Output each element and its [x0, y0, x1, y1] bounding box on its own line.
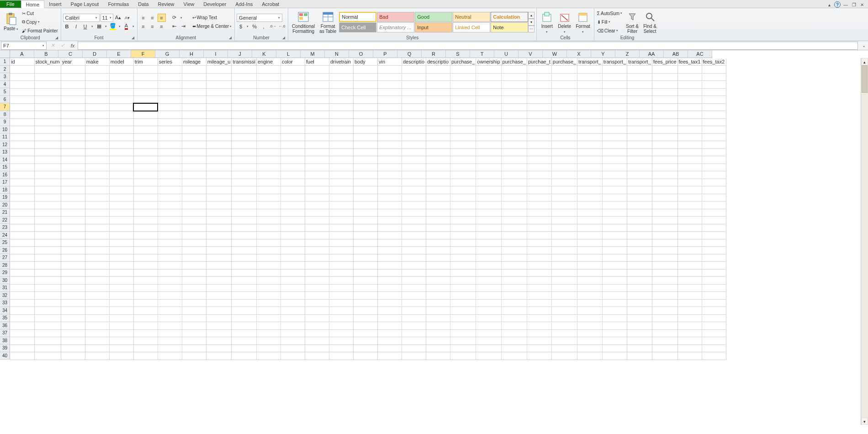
- cell-K28[interactable]: [256, 262, 281, 270]
- cell-AB33[interactable]: [677, 299, 702, 307]
- cell-AC2[interactable]: [702, 66, 726, 74]
- cell-X15[interactable]: [577, 164, 603, 171]
- cell-N8[interactable]: [329, 111, 353, 119]
- cell-M31[interactable]: [305, 284, 329, 292]
- number-launcher[interactable]: ◢: [282, 36, 287, 40]
- cell-R9[interactable]: [426, 118, 450, 126]
- cell-K19[interactable]: [256, 194, 281, 201]
- cell-Y8[interactable]: [602, 111, 627, 119]
- cell-AB39[interactable]: [677, 344, 702, 352]
- cell-S9[interactable]: [450, 118, 476, 126]
- cell-G8[interactable]: [158, 111, 182, 119]
- cell-AC38[interactable]: [702, 337, 726, 345]
- cell-T19[interactable]: [476, 194, 501, 201]
- cell-E9[interactable]: [109, 118, 133, 126]
- cell-E29[interactable]: [109, 269, 133, 277]
- cell-AB21[interactable]: [677, 209, 702, 217]
- column-header-E[interactable]: E: [107, 50, 131, 58]
- cell-Y20[interactable]: [602, 201, 627, 209]
- cell-A39[interactable]: [10, 344, 34, 352]
- cell-W15[interactable]: [551, 164, 577, 171]
- cell-U10[interactable]: [501, 126, 527, 134]
- cell-P26[interactable]: [377, 247, 402, 254]
- cell-N15[interactable]: [329, 164, 353, 171]
- cell-M29[interactable]: [305, 269, 329, 277]
- cell-X28[interactable]: [577, 262, 603, 270]
- cell-X26[interactable]: [577, 247, 603, 254]
- cell-H15[interactable]: [182, 164, 206, 171]
- cell-L17[interactable]: [281, 179, 305, 186]
- cell-H13[interactable]: [182, 148, 206, 156]
- cell-J22[interactable]: [232, 217, 257, 224]
- cell-I28[interactable]: [206, 262, 232, 270]
- cell-S27[interactable]: [450, 254, 476, 262]
- cell-C18[interactable]: [61, 186, 85, 194]
- cell-G26[interactable]: [158, 247, 182, 254]
- cell-C33[interactable]: [61, 299, 85, 307]
- cell-W20[interactable]: [551, 201, 577, 209]
- cell-P4[interactable]: [377, 81, 402, 89]
- cell-E5[interactable]: [109, 88, 133, 96]
- style-good[interactable]: Good: [415, 12, 452, 22]
- cell-AC20[interactable]: [702, 201, 726, 209]
- row-header-38[interactable]: 38: [0, 337, 10, 345]
- cell-K37[interactable]: [256, 329, 281, 337]
- cell-F12[interactable]: [133, 141, 158, 149]
- cell-V19[interactable]: [527, 194, 551, 201]
- cell-J2[interactable]: [232, 66, 257, 74]
- cell-W17[interactable]: [551, 179, 577, 186]
- cell-Q35[interactable]: [402, 314, 426, 322]
- cell-AA12[interactable]: [652, 141, 677, 149]
- cell-X38[interactable]: [577, 337, 603, 345]
- cell-X5[interactable]: [577, 88, 603, 96]
- column-header-F[interactable]: F: [131, 50, 155, 58]
- cell-N4[interactable]: [329, 81, 353, 89]
- cell-C13[interactable]: [61, 148, 85, 156]
- cell-AC11[interactable]: [702, 133, 726, 141]
- cell-J21[interactable]: [232, 209, 257, 217]
- cell-P37[interactable]: [377, 329, 402, 337]
- cell-O9[interactable]: [353, 118, 377, 126]
- cell-AA18[interactable]: [652, 186, 677, 194]
- cell-A35[interactable]: [10, 314, 34, 322]
- cell-C11[interactable]: [61, 133, 85, 141]
- cell-F13[interactable]: [133, 148, 158, 156]
- cell-F35[interactable]: [133, 314, 158, 322]
- cell-J5[interactable]: [232, 88, 257, 96]
- cell-F29[interactable]: [133, 269, 158, 277]
- cell-E1[interactable]: model: [109, 58, 133, 66]
- cell-S15[interactable]: [450, 164, 476, 171]
- cell-B28[interactable]: [34, 262, 61, 270]
- cell-S38[interactable]: [450, 337, 476, 345]
- cell-N32[interactable]: [329, 292, 353, 300]
- cell-O15[interactable]: [353, 164, 377, 171]
- cell-U16[interactable]: [501, 171, 527, 179]
- cell-T15[interactable]: [476, 164, 501, 171]
- cell-AA30[interactable]: [652, 277, 677, 285]
- cell-H26[interactable]: [182, 247, 206, 254]
- delete-cells-button[interactable]: Delete▾: [556, 10, 573, 35]
- cell-M40[interactable]: [305, 352, 329, 360]
- cell-E31[interactable]: [109, 284, 133, 292]
- cell-T5[interactable]: [476, 88, 501, 96]
- cell-AA37[interactable]: [652, 329, 677, 337]
- enter-formula-button[interactable]: ✓: [58, 42, 68, 48]
- cell-F21[interactable]: [133, 209, 158, 217]
- cancel-formula-button[interactable]: ✕: [48, 42, 58, 48]
- cell-Z36[interactable]: [627, 322, 652, 330]
- row-header-35[interactable]: 35: [0, 314, 10, 322]
- cell-AC35[interactable]: [702, 314, 726, 322]
- cell-G19[interactable]: [158, 194, 182, 201]
- cell-M35[interactable]: [305, 314, 329, 322]
- fx-button[interactable]: fx: [68, 43, 78, 48]
- style-input[interactable]: Input: [415, 22, 452, 32]
- cell-R5[interactable]: [426, 88, 450, 96]
- grow-font-button[interactable]: A▴: [114, 14, 122, 22]
- cell-V4[interactable]: [527, 81, 551, 89]
- cell-W34[interactable]: [551, 307, 577, 315]
- cell-N3[interactable]: [329, 73, 353, 81]
- cell-R26[interactable]: [426, 247, 450, 254]
- cut-button[interactable]: ✂Cut: [21, 9, 58, 17]
- cell-C16[interactable]: [61, 171, 85, 179]
- cell-R21[interactable]: [426, 209, 450, 217]
